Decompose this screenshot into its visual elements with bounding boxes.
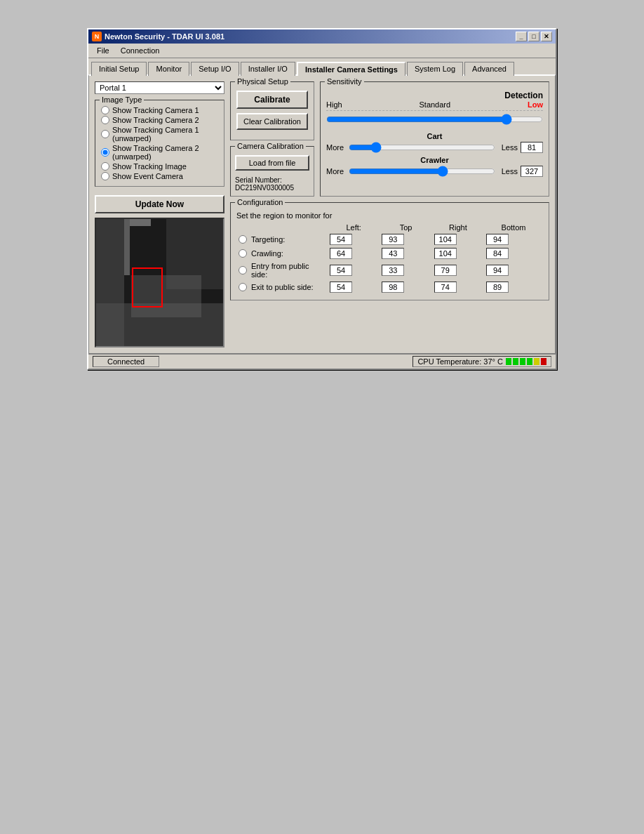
configuration-subtitle: Set the region to monitor for (236, 211, 543, 220)
tab-monitor[interactable]: Monitor (148, 62, 189, 76)
config-row-entry: Entry from public side: (236, 260, 543, 280)
cpu-seg-6 (541, 358, 546, 365)
serial-number: Serial Number: DC219NV0300005 (235, 176, 309, 192)
standard-label: Standard (419, 100, 450, 109)
clear-calibration-button[interactable]: Clear Calibration (236, 113, 308, 130)
crawler-label: Crawler (326, 156, 543, 164)
cart-more-label: More (326, 143, 346, 152)
status-bar: Connected CPU Temperature: 37° C (88, 354, 556, 369)
main-layout: Portal 1 Portal 2 Image Type Show Tracki… (95, 81, 549, 348)
camera-calibration-title: Camera Calibration (235, 142, 306, 150)
cpu-bar (506, 358, 546, 365)
tab-system-log[interactable]: System Log (407, 62, 463, 76)
high-label: High (326, 100, 342, 109)
radio-tracking-camera-1-unwarped[interactable]: Show Tracking Camera 1 (unwarped) (101, 126, 218, 143)
load-from-file-button[interactable]: Load from file (235, 155, 309, 171)
detection-slider[interactable] (326, 114, 543, 125)
crawling-top[interactable] (382, 248, 404, 259)
exit-top[interactable] (382, 282, 404, 293)
col-header-bottom: Bottom (484, 223, 543, 232)
status-connected: Connected (93, 356, 159, 367)
menu-file[interactable]: File (91, 45, 115, 56)
image-type-options: Show Tracking Camera 1 Show Tracking Cam… (101, 106, 218, 180)
app-icon: N (92, 32, 102, 41)
tab-initial-setup[interactable]: Initial Setup (91, 62, 147, 76)
crawler-value: 327 (521, 166, 543, 177)
cpu-seg-2 (513, 358, 518, 365)
svg-rect-6 (131, 275, 201, 317)
sensitivity-group: Sensitivity Detection High Standard Low (320, 81, 549, 197)
entry-left[interactable] (330, 265, 352, 276)
entry-top[interactable] (382, 265, 404, 276)
image-type-group: Image Type Show Tracking Camera 1 Show T… (95, 100, 224, 187)
close-button[interactable]: ✕ (541, 32, 552, 41)
crawler-slider-container (349, 166, 495, 177)
physical-setup-title: Physical Setup (235, 77, 290, 86)
crawling-right[interactable] (434, 248, 457, 259)
image-type-title: Image Type (100, 95, 144, 104)
main-window: N Newton Security - TDAR UI 3.081 _ □ ✕ … (87, 28, 557, 370)
tab-installer-io[interactable]: Installer I/O (241, 62, 295, 76)
cpu-seg-5 (534, 358, 539, 365)
crawling-radio[interactable] (239, 249, 247, 258)
tab-advanced[interactable]: Advanced (464, 62, 514, 76)
window-title: Newton Security - TDAR UI 3.081 (105, 32, 224, 41)
cart-slider-container (349, 142, 495, 153)
cpu-seg-3 (520, 358, 525, 365)
col-header-right: Right (432, 223, 484, 232)
exit-right[interactable] (434, 282, 457, 293)
targeting-left[interactable] (330, 234, 352, 245)
title-bar-left: N Newton Security - TDAR UI 3.081 (92, 32, 224, 41)
crawler-more-label: More (326, 167, 346, 176)
right-panel: Physical Setup Calibrate Clear Calibrati… (230, 81, 549, 348)
title-buttons: _ □ ✕ (516, 32, 552, 41)
radio-event-camera[interactable]: Show Event Camera (101, 172, 218, 180)
radio-tracking-camera-2-unwarped[interactable]: Show Tracking Camera 2 (unwarped) (101, 144, 218, 161)
entry-bottom[interactable] (486, 265, 509, 276)
svg-rect-2 (130, 219, 151, 226)
targeting-right[interactable] (434, 234, 457, 245)
radio-tracking-image[interactable]: Show Tracking Image (101, 162, 218, 171)
cart-less-label: Less (498, 143, 518, 152)
targeting-bottom[interactable] (486, 234, 509, 245)
col-header-region (236, 223, 328, 232)
entry-radio[interactable] (239, 266, 247, 274)
physical-setup: Physical Setup Calibrate Clear Calibrati… (230, 81, 314, 197)
configuration-group: Configuration Set the region to monitor … (230, 202, 549, 300)
camera-image (95, 218, 224, 348)
tabs-bar: Initial Setup Monitor Setup I/O Installe… (88, 58, 556, 75)
configuration-table: Left: Top Right Bottom (236, 223, 543, 294)
radio-tracking-camera-1[interactable]: Show Tracking Camera 1 (101, 106, 218, 114)
menu-connection[interactable]: Connection (115, 45, 166, 56)
svg-rect-4 (96, 219, 124, 348)
config-row-targeting: Targeting: (236, 232, 543, 246)
radio-tracking-camera-2[interactable]: Show Tracking Camera 2 (101, 116, 218, 124)
minimize-button[interactable]: _ (516, 32, 527, 41)
portal-dropdown[interactable]: Portal 1 Portal 2 (95, 81, 224, 94)
targeting-radio[interactable] (239, 235, 247, 244)
calibrate-button[interactable]: Calibrate (236, 91, 308, 109)
crawler-slider[interactable] (349, 166, 495, 177)
cart-value: 81 (521, 142, 543, 153)
crawling-bottom[interactable] (486, 248, 509, 259)
camera-feed (96, 219, 223, 346)
exit-radio[interactable] (239, 283, 247, 291)
entry-right[interactable] (434, 265, 457, 276)
update-now-button[interactable]: Update Now (95, 195, 224, 213)
physical-setup-group: Physical Setup Calibrate Clear Calibrati… (230, 81, 314, 140)
cart-slider-row: More Less 81 (326, 142, 543, 153)
maximize-button[interactable]: □ (528, 32, 539, 41)
cart-label: Cart (326, 132, 543, 140)
right-top: Physical Setup Calibrate Clear Calibrati… (230, 81, 549, 197)
cart-slider[interactable] (349, 142, 495, 153)
exit-bottom[interactable] (486, 282, 509, 293)
config-row-exit: Exit to public side: (236, 280, 543, 294)
tab-installer-camera-settings[interactable]: Installer Camera Settings (297, 62, 405, 76)
tab-setup-io[interactable]: Setup I/O (191, 62, 239, 76)
targeting-top[interactable] (382, 234, 404, 245)
exit-left[interactable] (330, 282, 352, 293)
crawling-left[interactable] (330, 248, 352, 259)
tab-content: Portal 1 Portal 2 Image Type Show Tracki… (88, 74, 556, 354)
col-header-top: Top (380, 223, 431, 232)
svg-rect-1 (124, 219, 130, 275)
